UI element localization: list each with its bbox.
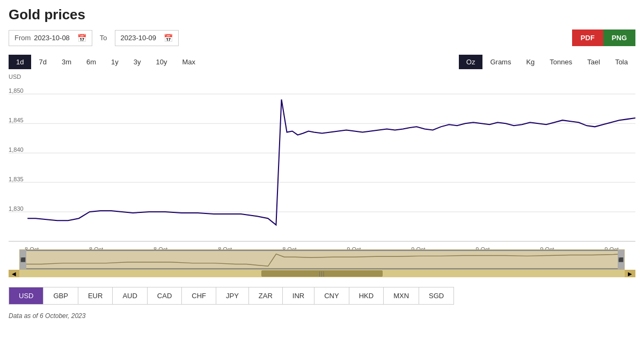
time-btn-3m[interactable]: 3m [54,55,79,69]
time-btn-1d[interactable]: 1d [9,55,31,69]
currency-tab-hkd[interactable]: HKD [349,287,384,304]
pdf-button[interactable]: PDF [572,29,603,46]
chart-y-label: USD [9,73,21,80]
unit-btn-grams[interactable]: Grams [482,55,518,69]
unit-btn-tael[interactable]: Tael [580,55,608,69]
export-buttons: PDF PNG [572,29,635,46]
currency-tab-zar[interactable]: ZAR [249,287,283,304]
currency-tab-mxn[interactable]: MXN [384,287,419,304]
currency-tab-sgd[interactable]: SGD [419,287,453,304]
unit-btn-oz[interactable]: Oz [459,55,483,69]
mini-navigator: ⬛ ⬛ ◀ ||| ▶ [9,249,635,277]
mini-handle-right[interactable]: ⬛ [618,250,624,269]
mini-selection [20,250,624,269]
currency-tab-cad[interactable]: CAD [148,287,182,304]
currency-tab-aud[interactable]: AUD [113,287,147,304]
time-btn-6m[interactable]: 6m [79,55,104,69]
currency-tab-eur[interactable]: EUR [78,287,113,304]
svg-text:1,845: 1,845 [9,117,24,123]
price-chart: 1,850 1,845 1,840 1,835 1,830 [9,83,635,244]
mini-chart-bg: ⬛ ⬛ [19,249,625,270]
svg-text:1,840: 1,840 [9,146,24,153]
time-range-buttons: 1d 7d 3m 6m 1y 3y 10y Max [9,55,203,69]
page-title: Gold prices [9,6,635,23]
time-btn-7d[interactable]: 7d [31,55,54,69]
scrollbar-track[interactable]: ||| [19,270,625,277]
chart-area: USD 1,850 1,845 1,840 1,835 1,830 8 Oct1… [9,73,635,245]
currency-tab-chf[interactable]: CHF [182,287,216,304]
mini-handle-left[interactable]: ⬛ [20,250,26,269]
scroll-right-btn[interactable]: ▶ [625,270,635,277]
to-date-value: 2023-10-09 [121,34,157,42]
currency-tabs: USD GBP EUR AUD CAD CHF JPY ZAR INR CNY … [9,287,454,305]
svg-text:1,835: 1,835 [9,176,24,182]
currency-tab-usd[interactable]: USD [9,287,43,304]
calendar-to-icon[interactable]: 📅 [164,34,173,42]
controls-row: From 2023-10-08 📅 To 2023-10-09 📅 PDF PN… [9,29,635,46]
data-note-date: 6 October, 2023 [40,312,85,320]
scrollbar-thumb[interactable]: ||| [261,270,383,277]
scrollbar: ◀ ||| ▶ [9,270,635,277]
time-range-row: 1d 7d 3m 6m 1y 3y 10y Max Oz Grams Kg To… [9,55,635,69]
unit-buttons: Oz Grams Kg Tonnes Tael Tola [459,55,635,69]
data-note-label: Data as of [9,312,38,320]
to-date-control[interactable]: 2023-10-09 📅 [115,30,179,46]
svg-text:1,850: 1,850 [9,87,24,94]
currency-tab-jpy[interactable]: JPY [216,287,249,304]
currency-tab-gbp[interactable]: GBP [43,287,78,304]
currency-tab-cny[interactable]: CNY [314,287,349,304]
unit-btn-tonnes[interactable]: Tonnes [542,55,580,69]
currency-tab-inr[interactable]: INR [283,287,314,304]
time-btn-10y[interactable]: 10y [149,55,175,69]
from-date-value: 2023-10-08 [34,34,70,42]
unit-btn-tola[interactable]: Tola [608,55,635,69]
calendar-from-icon[interactable]: 📅 [77,34,86,42]
png-button[interactable]: PNG [603,29,635,46]
time-btn-1y[interactable]: 1y [104,55,126,69]
unit-btn-kg[interactable]: Kg [518,55,542,69]
time-btn-3y[interactable]: 3y [126,55,149,69]
from-date-control[interactable]: From 2023-10-08 📅 [9,30,92,46]
from-label: From [14,34,31,42]
data-note: Data as of 6 October, 2023 [9,312,635,320]
scroll-left-btn[interactable]: ◀ [9,270,19,277]
svg-text:1,830: 1,830 [9,205,24,212]
to-label: To [98,34,109,42]
time-btn-max[interactable]: Max [175,55,203,69]
